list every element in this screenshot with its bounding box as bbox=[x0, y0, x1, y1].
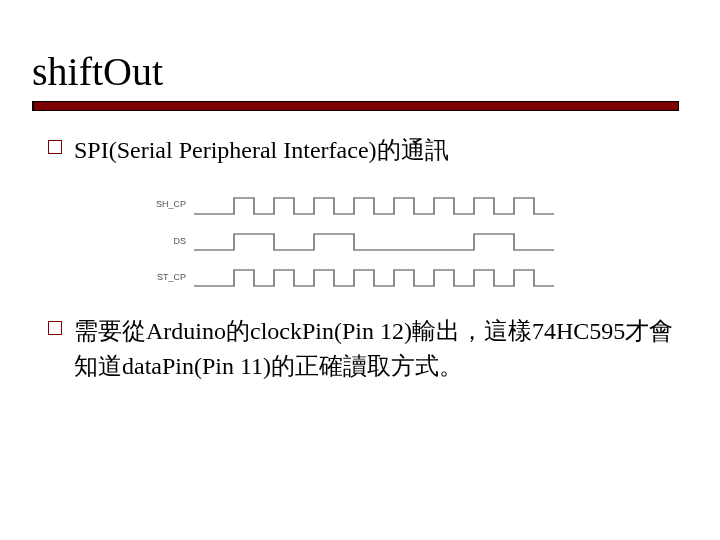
timing-diagram: SH_CP DS ST_CP bbox=[32, 186, 676, 296]
bullet-item: SPI(Serial Peripheral Interface)的通訊 bbox=[32, 133, 676, 168]
bullet-text: 需要從Arduino的clockPin(Pin 12)輸出，這樣74HC595才… bbox=[74, 318, 673, 379]
title-rule bbox=[32, 101, 679, 111]
signal-wave-shcp bbox=[194, 198, 554, 214]
slide: shiftOut SPI(Serial Peripheral Interface… bbox=[32, 48, 676, 492]
signal-label-shcp: SH_CP bbox=[156, 199, 186, 209]
signal-wave-stcp bbox=[194, 270, 554, 286]
bullet-icon bbox=[48, 140, 62, 154]
bullet-text: SPI(Serial Peripheral Interface)的通訊 bbox=[74, 137, 449, 163]
slide-title: shiftOut bbox=[32, 48, 676, 95]
signal-wave-ds bbox=[194, 234, 554, 250]
bullet-icon bbox=[48, 321, 62, 335]
signal-label-ds: DS bbox=[173, 236, 186, 246]
timing-svg: SH_CP DS ST_CP bbox=[134, 186, 574, 296]
bullet-item: 需要從Arduino的clockPin(Pin 12)輸出，這樣74HC595才… bbox=[32, 314, 676, 384]
signal-label-stcp: ST_CP bbox=[157, 272, 186, 282]
